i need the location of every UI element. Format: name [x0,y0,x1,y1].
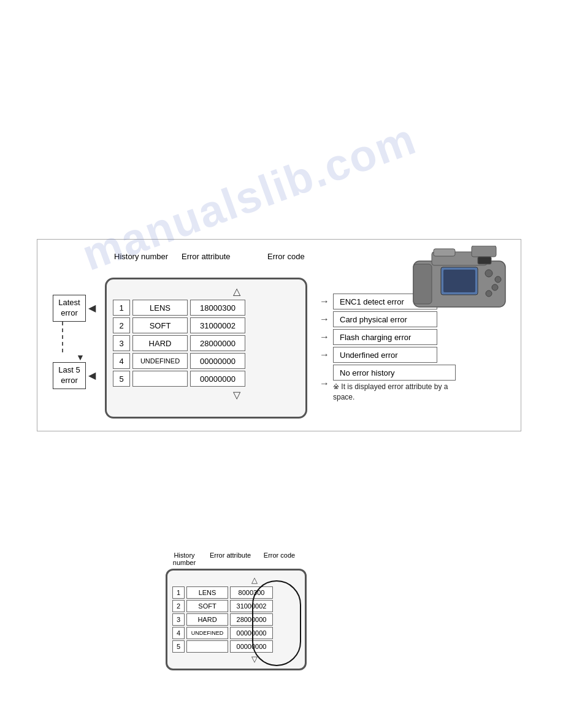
s-cell-num-3: 3 [172,613,185,626]
desc-row-2: → Card physical error [320,311,456,327]
s-cell-attr-4: UNDEFINED [186,627,228,639]
cell-code-2: 31000002 [190,317,245,333]
scroll-up-arrow: △ [174,286,299,297]
cell-attr-5 [132,371,188,387]
main-diagram: History number Error attribute Error cod… [37,239,521,431]
cell-code-1: 18000300 [190,300,245,316]
second-diagram: History number Error attribute Error cod… [147,552,405,670]
s-cell-num-2: 2 [172,600,185,612]
last-error-label: Last 5 error [53,362,85,389]
cell-num-1: 1 [113,300,130,316]
screen-row-3: 3 HARD 28000000 [113,335,299,351]
second-column-labels: History number Error attribute Error cod… [164,552,405,566]
second-row-3: 3 HARD 28000000 [172,613,300,626]
s-cell-num-1: 1 [172,586,185,599]
column-labels: History number Error attribute Error cod… [108,252,508,276]
second-row-2: 2 SOFT 31000002 [172,600,300,612]
screen-row-5: 5 00000000 [113,371,299,387]
second-row-4: 4 UNDEFINED 00000000 [172,627,300,639]
desc-box-5: No error history [333,365,456,381]
second-scroll-up-arrow: △ [209,575,300,585]
desc-row-4: → Underfined error [320,347,456,363]
s-cell-attr-5 [186,640,228,653]
latest-error-label: Latest error [53,295,85,322]
s-cell-attr-3: HARD [186,613,228,626]
screen-row-4: 4 UNDEFINED 00000000 [113,353,299,369]
desc-row-3: → Flash charging error [320,329,456,345]
cell-code-5: 00000000 [190,371,245,387]
screen-row-1: 1 LENS 18000300 [113,300,299,316]
screen-row-2: 2 SOFT 31000002 [113,317,299,333]
cell-code-3: 28000000 [190,335,245,351]
s-cell-attr-1: LENS [186,586,228,599]
cell-attr-3: HARD [132,335,188,351]
camera-lcd-screen: △ 1 LENS 18000300 2 SOFT 31000002 3 HARD… [105,278,307,419]
s-cell-num-5: 5 [172,640,185,653]
left-labels: Latest error ◀ ▼ Last 5 error ◀ [50,295,99,389]
s-cell-code-5: 00000000 [230,640,273,653]
s-cell-code-2: 31000002 [230,600,273,612]
scroll-down-arrow: ▽ [174,389,299,401]
s-cell-code-3: 28000000 [230,613,273,626]
s-cell-num-4: 4 [172,627,185,639]
s-cell-attr-2: SOFT [186,600,228,612]
history-number-label: History number [114,252,168,261]
cell-num-4: 4 [113,353,130,369]
second-row-1: 1 LENS 8000300 [172,586,300,599]
second-code-label: Error code [256,552,302,566]
desc-box-2: Card physical error [333,311,437,327]
cell-num-2: 2 [113,317,130,333]
cell-attr-4: UNDEFINED [132,353,188,369]
svg-point-11 [486,290,492,297]
second-attribute-label: Error attribute [207,552,253,566]
second-scroll-down-arrow: ▽ [209,654,300,664]
svg-point-9 [495,276,501,282]
no-error-note: ※ It is displayed error attribute by a s… [333,382,456,403]
s-cell-code-1: 8000300 [230,586,273,599]
cell-code-4: 00000000 [190,353,245,369]
cell-num-3: 3 [113,335,130,351]
cell-attr-2: SOFT [132,317,188,333]
second-history-label: History number [164,552,204,566]
cell-attr-1: LENS [132,300,188,316]
second-row-5: 5 00000000 [172,640,300,653]
desc-box-3: Flash charging error [333,329,437,345]
desc-row-5: → No error history ※ It is displayed err… [320,365,456,403]
error-code-label: Error code [267,252,305,261]
cell-num-5: 5 [113,371,130,387]
desc-box-4: Underfined error [333,347,437,363]
second-camera-screen: △ 1 LENS 8000300 2 SOFT 31000002 3 HARD … [166,569,307,670]
svg-point-10 [492,284,498,290]
s-cell-code-4: 00000000 [230,627,273,639]
error-attribute-label: Error attribute [182,252,230,261]
